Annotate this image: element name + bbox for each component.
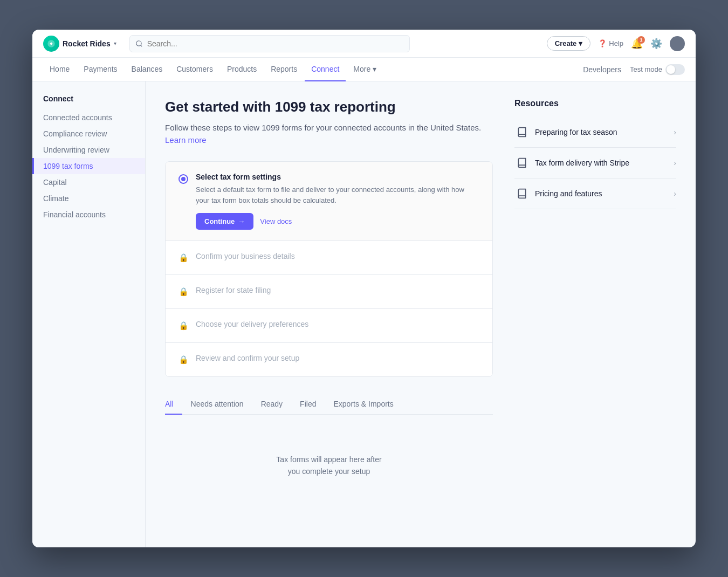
search-bar [129, 35, 410, 52]
nav-item-connect[interactable]: Connect [305, 58, 346, 81]
view-docs-link[interactable]: View docs [260, 217, 292, 225]
main-content: Get started with 1099 tax reporting Foll… [165, 99, 493, 530]
step-5-content: Review and confirm your setup [196, 354, 479, 366]
sidebar-item-1099-tax-forms[interactable]: 1099 tax forms [32, 158, 145, 174]
tab-ready[interactable]: Ready [252, 394, 291, 415]
page-subtitle: Follow these steps to view 1099 forms fo… [165, 122, 493, 146]
step-1-actions: Continue → View docs [196, 213, 479, 230]
resource-book-icon-2 [514, 155, 530, 170]
tab-filed[interactable]: Filed [291, 394, 325, 415]
sidebar-item-compliance-review[interactable]: Compliance review [32, 126, 145, 142]
resource-tax-form-delivery[interactable]: Tax form delivery with Stripe › [514, 148, 676, 178]
continue-button[interactable]: Continue → [196, 213, 253, 230]
resource-2-label: Tax form delivery with Stripe [535, 159, 668, 167]
nav-item-payments[interactable]: Payments [77, 58, 123, 81]
avatar[interactable] [670, 36, 685, 51]
continue-arrow-icon: → [238, 217, 245, 225]
steps-card: Select tax form settings Select a defaul… [165, 161, 493, 377]
tab-needs-attention[interactable]: Needs attention [182, 394, 252, 415]
tab-all[interactable]: All [165, 394, 182, 415]
resource-preparing-tax-season[interactable]: Preparing for tax season › [514, 117, 676, 148]
nav-item-balances[interactable]: Balances [125, 58, 169, 81]
brand-chevron-icon: ▾ [114, 40, 116, 46]
content-area: Get started with 1099 tax reporting Foll… [146, 81, 696, 547]
resource-1-label: Preparing for tax season [535, 128, 668, 136]
resources-title: Resources [514, 99, 676, 108]
nav-item-more[interactable]: More ▾ [347, 58, 383, 81]
lock-icon-5: 🔒 [178, 355, 188, 365]
gear-icon: ⚙️ [650, 38, 662, 50]
topbar-right: Create ▾ ❓ Help 🔔 1 ⚙️ [547, 36, 685, 51]
topbar: Rocket Rides ▾ Create ▾ ❓ Help 🔔 1 ⚙️ [32, 30, 696, 58]
step-register-state: 🔒 Register for state filing [166, 275, 492, 309]
learn-more-link[interactable]: Learn more [165, 135, 207, 145]
nav-item-reports[interactable]: Reports [264, 58, 304, 81]
step-1-title: Select tax form settings [196, 173, 479, 181]
test-mode-switch[interactable] [665, 64, 685, 75]
step-5-title: Review and confirm your setup [196, 354, 479, 362]
nav-item-products[interactable]: Products [221, 58, 263, 81]
tab-exports-imports[interactable]: Exports & Imports [325, 394, 402, 415]
sidebar-item-climate[interactable]: Climate [32, 190, 145, 207]
step-1-content: Select tax form settings Select a defaul… [196, 173, 479, 230]
lock-icon-2: 🔒 [178, 253, 188, 263]
page-title: Get started with 1099 tax reporting [165, 99, 493, 115]
step-3-title: Register for state filing [196, 286, 479, 294]
main-layout: Connect Connected accounts Compliance re… [32, 81, 696, 547]
help-button[interactable]: ❓ Help [598, 39, 623, 47]
nav-left: Home Payments Balances Customers Product… [43, 58, 383, 81]
step-2-title: Confirm your business details [196, 252, 479, 260]
step-3-content: Register for state filing [196, 286, 479, 298]
notifications-button[interactable]: 🔔 1 [631, 38, 643, 50]
nav-right: Developers Test mode [583, 64, 685, 75]
empty-state: Tax forms will appear here after you com… [165, 428, 493, 504]
logo-area[interactable]: Rocket Rides ▾ [43, 36, 116, 52]
sidebar-item-underwriting-review[interactable]: Underwriting review [32, 142, 145, 158]
resource-pricing-features[interactable]: Pricing and features › [514, 178, 676, 209]
resource-2-chevron-icon: › [674, 159, 676, 167]
nav-item-home[interactable]: Home [43, 58, 76, 81]
step-1-radio [178, 174, 188, 184]
search-input[interactable] [129, 35, 410, 52]
brand-logo [43, 36, 59, 52]
create-chevron-icon: ▾ [579, 39, 582, 47]
settings-button[interactable]: ⚙️ [650, 38, 662, 50]
sidebar-title: Connect [32, 94, 145, 109]
continue-label: Continue [204, 217, 235, 225]
sidebar-item-financial-accounts[interactable]: Financial accounts [32, 207, 145, 223]
step-select-settings: Select tax form settings Select a defaul… [166, 162, 492, 241]
notification-badge: 1 [637, 36, 645, 44]
sidebar-item-capital[interactable]: Capital [32, 174, 145, 190]
lock-icon-3: 🔒 [178, 287, 188, 297]
step-delivery-preferences: 🔒 Choose your delivery preferences [166, 309, 492, 343]
step-2-content: Confirm your business details [196, 252, 479, 264]
step-confirm-business: 🔒 Confirm your business details [166, 241, 492, 275]
nav-item-customers[interactable]: Customers [170, 58, 219, 81]
step-4-title: Choose your delivery preferences [196, 320, 479, 328]
sidebar: Connect Connected accounts Compliance re… [32, 81, 146, 547]
resource-3-chevron-icon: › [674, 189, 676, 198]
test-mode-toggle[interactable]: Test mode [630, 64, 685, 75]
tabs-bar: All Needs attention Ready Filed Exports … [165, 394, 493, 415]
help-icon: ❓ [598, 39, 607, 47]
empty-state-line1: Tax forms will appear here after [165, 454, 493, 465]
navbar: Home Payments Balances Customers Product… [32, 58, 696, 81]
step-review-setup: 🔒 Review and confirm your setup [166, 343, 492, 376]
resources-panel: Resources Preparing for tax season › [514, 99, 676, 530]
resource-book-icon-1 [514, 125, 530, 140]
developers-link[interactable]: Developers [583, 65, 621, 74]
step-1-desc: Select a default tax form to file and de… [196, 184, 479, 205]
resource-3-label: Pricing and features [535, 189, 668, 198]
resource-1-chevron-icon: › [674, 128, 676, 136]
step-4-content: Choose your delivery preferences [196, 320, 479, 332]
create-button[interactable]: Create ▾ [547, 36, 590, 51]
empty-state-line2: you complete your setup [165, 465, 493, 477]
sidebar-item-connected-accounts[interactable]: Connected accounts [32, 109, 145, 126]
brand-name: Rocket Rides [63, 39, 111, 48]
lock-icon-4: 🔒 [178, 321, 188, 331]
resource-book-icon-3 [514, 186, 530, 201]
